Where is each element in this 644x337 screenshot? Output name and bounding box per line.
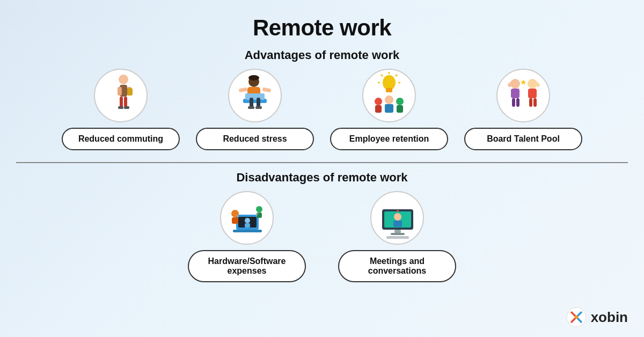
icon-board-talent-pool: ★ — [496, 69, 550, 122]
svg-rect-17 — [257, 98, 260, 107]
svg-rect-61 — [386, 236, 409, 239]
label-hardware-software: Hardware/Software expenses — [188, 250, 306, 282]
svg-rect-12 — [239, 87, 248, 93]
svg-rect-16 — [250, 98, 253, 107]
svg-rect-6 — [118, 106, 123, 109]
svg-rect-7 — [124, 106, 129, 109]
svg-rect-60 — [391, 233, 405, 235]
commuting-illustration — [99, 72, 142, 119]
card-hardware-software: Hardware/Software expenses — [188, 191, 306, 282]
xobin-logo: xobin — [566, 307, 628, 327]
svg-rect-59 — [394, 230, 401, 233]
svg-rect-23 — [375, 105, 382, 113]
svg-point-64 — [575, 316, 578, 319]
svg-point-10 — [248, 75, 259, 80]
card-meetings-conversations: Meetings and conversations — [338, 191, 456, 282]
svg-rect-36 — [512, 98, 515, 107]
card-reduced-stress: Reduced stress — [196, 69, 314, 150]
svg-point-62 — [397, 210, 399, 212]
svg-rect-5 — [124, 97, 127, 107]
advantages-title: Advantages of remote work — [0, 48, 644, 62]
svg-point-0 — [119, 75, 128, 84]
svg-rect-18 — [248, 106, 254, 109]
svg-rect-19 — [255, 106, 262, 109]
icon-hardware-software — [220, 191, 274, 245]
svg-point-51 — [256, 206, 262, 213]
svg-rect-4 — [120, 97, 123, 107]
svg-rect-15 — [245, 93, 265, 100]
xobin-logo-icon — [566, 307, 587, 327]
icon-meetings-conversations — [370, 191, 424, 245]
xobin-logo-text: xobin — [591, 309, 628, 326]
section-divider — [16, 162, 628, 163]
svg-rect-21 — [386, 88, 392, 92]
disadvantages-section: Disadvantages of remote work — [0, 171, 644, 282]
stress-illustration — [233, 72, 276, 119]
advantages-cards-row: Reduced commuting — [0, 69, 644, 150]
disadvantages-cards-row: Hardware/Software expenses — [0, 191, 644, 282]
page-title: Remote work — [0, 0, 644, 41]
svg-rect-37 — [516, 98, 519, 107]
svg-rect-25 — [385, 104, 393, 113]
hardware-illustration — [225, 194, 268, 241]
svg-point-47 — [245, 218, 250, 223]
disadvantages-title: Disadvantages of remote work — [0, 171, 644, 185]
svg-point-26 — [396, 98, 404, 105]
svg-line-29 — [396, 75, 397, 76]
icon-employee-retention — [362, 69, 416, 122]
svg-point-24 — [385, 96, 393, 104]
svg-line-30 — [381, 75, 383, 76]
label-reduced-stress: Reduced stress — [196, 128, 314, 150]
svg-rect-42 — [533, 98, 537, 107]
card-board-talent-pool: ★ Board Talent Pool — [464, 69, 582, 150]
card-reduced-commuting: Reduced commuting — [62, 69, 180, 150]
svg-rect-58 — [393, 221, 402, 227]
svg-rect-27 — [397, 105, 403, 113]
svg-rect-8 — [127, 88, 133, 96]
svg-point-57 — [394, 213, 401, 221]
svg-rect-39 — [528, 89, 537, 98]
label-employee-retention: Employee retention — [330, 128, 448, 150]
talent-illustration: ★ — [502, 72, 545, 119]
svg-rect-13 — [262, 87, 271, 93]
svg-rect-2 — [118, 87, 122, 96]
svg-point-20 — [383, 75, 396, 90]
card-employee-retention: Employee retention — [330, 69, 448, 150]
label-meetings-conversations: Meetings and conversations — [338, 250, 456, 282]
label-reduced-commuting: Reduced commuting — [62, 128, 180, 150]
meetings-illustration — [376, 194, 419, 241]
svg-rect-50 — [232, 217, 238, 224]
svg-rect-46 — [233, 230, 262, 232]
retention-illustration — [368, 72, 411, 119]
advantages-section: Advantages of remote work — [0, 48, 644, 150]
icon-reduced-stress — [228, 69, 282, 122]
svg-text:★: ★ — [520, 78, 527, 86]
icon-reduced-commuting — [94, 69, 148, 122]
svg-rect-41 — [529, 98, 532, 107]
svg-rect-34 — [511, 89, 519, 98]
label-board-talent-pool: Board Talent Pool — [464, 128, 582, 150]
svg-point-22 — [375, 98, 382, 105]
svg-rect-48 — [245, 223, 250, 228]
